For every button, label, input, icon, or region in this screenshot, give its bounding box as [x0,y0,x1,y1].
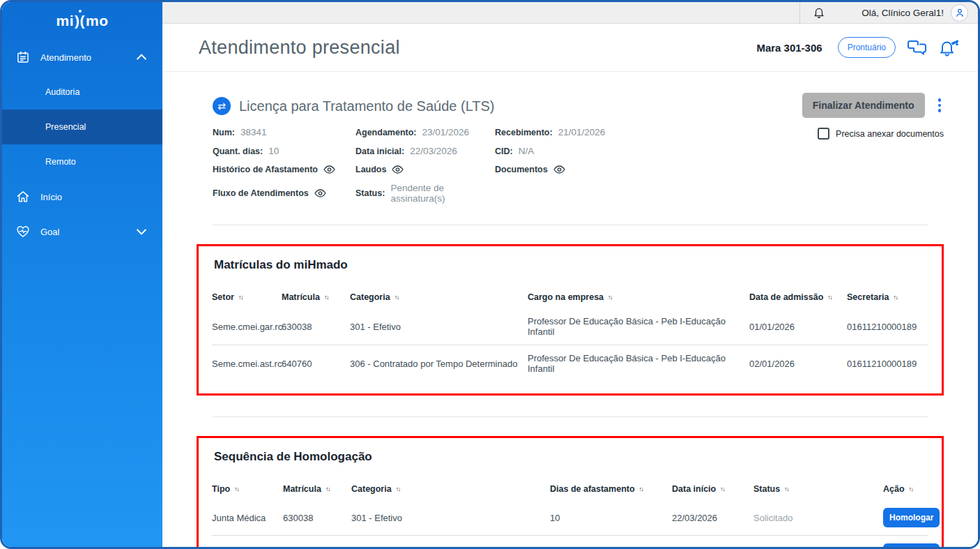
table-row: Junta Médica 630038 301 - Efetivo 10 22/… [212,500,928,535]
laudos-link[interactable]: Laudos [355,165,495,174]
cell-admissao: 02/01/2026 [749,359,847,369]
column-header-matricula[interactable]: Matrícula↑↓ [282,292,350,302]
section-divider [213,416,928,417]
column-header-matricula[interactable]: Matrícula↑↓ [283,484,351,494]
sidebar-item-presencial[interactable]: Presencial [2,110,162,144]
matriculas-table-header: Setor↑↓ Matrícula↑↓ Categoria↑↓ Cargo na… [212,292,928,302]
sort-icon: ↑↓ [720,486,724,492]
matriculas-section: Matrículas do miHmado Setor↑↓ Matrícula↑… [197,244,944,396]
notifications-bell-icon[interactable] [813,6,825,19]
cell-secretaria: 01611210000189 [847,322,928,332]
field-data-inicial: Data inicial:22/03/2026 [355,146,495,156]
cell-setor: Seme.cmei.gar.rc [212,322,282,332]
home-icon [16,190,30,204]
sidebar-item-goal[interactable]: Goal [2,214,162,249]
logo-text-left: mi [56,13,74,29]
eye-icon [314,189,326,197]
sidebar-item-label: Goal [40,227,59,237]
column-header-status[interactable]: Status↑↓ [753,484,883,494]
column-header-admissao[interactable]: Data de admissão↑↓ [749,292,847,302]
homologacao-section: Sequência de Homologação Tipo↑↓ Matrícul… [197,436,944,549]
heart-pulse-icon [16,225,30,239]
cell-data-inicio: 22/03/2026 [672,513,753,523]
cell-admissao: 01/01/2026 [749,322,847,332]
topbar-divider [799,2,800,24]
finalizar-atendimento-button[interactable]: Finalizar Atendimento [802,93,925,118]
cell-dias: 10 [550,513,672,523]
cell-matricula: 630038 [282,322,350,332]
lts-record: ⇄ Licença para Tratamento de Saúde (LTS)… [197,97,944,204]
sort-icon: ↑↓ [395,294,399,301]
sidebar-item-inicio[interactable]: Início [2,179,162,214]
sort-icon: ↑↓ [639,486,643,492]
column-header-cargo[interactable]: Cargo na empresa↑↓ [528,292,749,302]
cell-cargo: Professor De Educação Básica - Peb I-Edu… [528,353,749,374]
sort-icon: ↑↓ [608,294,612,301]
chat-icon[interactable] [907,38,926,57]
homologacao-title: Sequência de Homologação [214,450,928,464]
column-header-categoria[interactable]: Categoria↑↓ [350,292,528,302]
kebab-menu-icon[interactable] [935,96,944,115]
sidebar-item-atendimento[interactable]: Atendimento [2,40,162,75]
homologar-button[interactable]: Homologar [883,508,940,527]
chevron-up-icon [135,50,148,64]
logo-person-icon: )( [75,13,85,29]
app-logo: mi)(mo [2,2,162,40]
cell-matricula: 630038 [283,513,351,523]
logo-text-right: mo [86,13,109,29]
sidebar-item-label: Auditoria [45,87,79,97]
prontuario-button[interactable]: Prontuário [838,37,896,58]
sidebar-item-label: Início [40,192,62,202]
column-header-acao[interactable]: Ação↑↓ [883,484,928,494]
historico-afastamento-link[interactable]: Histórico de Afastamento [213,165,355,174]
homologar-button[interactable]: Homologar [883,543,940,549]
cell-secretaria: 01611210000189 [847,359,928,369]
anexar-documentos-checkbox[interactable] [818,128,829,140]
app-window: mi)(mo Atendimento Auditoria Presencial … [0,0,980,549]
cell-setor: Seme.cmei.ast.rc [212,359,282,369]
sort-icon: ↑↓ [909,486,913,492]
column-header-dias[interactable]: Dias de afastamento↑↓ [550,484,672,494]
fluxo-atendimentos-link[interactable]: Fluxo de Atendimentos [213,188,355,198]
sort-icon: ↑↓ [893,294,897,301]
eye-icon [392,165,404,174]
record-title: Licença para Tratamento de Saúde (LTS) [239,98,495,114]
user-avatar[interactable] [951,4,968,22]
sort-icon: ↑↓ [784,486,788,492]
checkbox-label: Precisa anexar documentos [836,129,944,139]
sidebar-item-label: Remoto [45,157,76,167]
field-status: Status:Pendente de assinatura(s) [355,183,495,204]
sidebar-item-remoto[interactable]: Remoto [2,144,162,179]
field-num: Num:38341 [213,127,355,137]
cell-matricula: 640760 [282,359,350,369]
sync-icon[interactable]: ⇄ [213,97,231,115]
cell-tipo: Junta Médica [212,513,283,523]
sort-icon: ↑↓ [396,486,400,492]
bell-forward-icon[interactable] [937,38,960,57]
column-header-categoria[interactable]: Categoria↑↓ [351,484,550,494]
patient-name: Mara 301-306 [756,42,822,54]
sort-icon: ↑↓ [326,486,330,492]
documentos-link[interactable]: Documentos [495,165,725,174]
sidebar-item-auditoria[interactable]: Auditoria [2,75,162,110]
cell-categoria: 301 - Efetivo [350,322,528,332]
table-row: Perícia Comum 630038 301 - Efetivo 60 01… [212,535,928,549]
homologacao-table-header: Tipo↑↓ Matrícula↑↓ Categoria↑↓ Dias de a… [212,484,928,494]
table-row: Seme.cmei.gar.rc 630038 301 - Efetivo Pr… [212,308,928,345]
chevron-down-icon [135,225,148,239]
sort-icon: ↑↓ [827,294,832,301]
eye-icon [553,165,565,174]
calendar-icon [16,50,30,64]
sidebar-item-label: Presencial [45,122,86,132]
cell-categoria: 306 - Contratado por Tempo Determinado [350,359,528,369]
cell-categoria: 301 - Efetivo [351,513,550,523]
column-header-secretaria[interactable]: Secretaria↑↓ [847,292,928,302]
cell-cargo: Professor De Educação Básica - Peb I-Edu… [528,316,749,337]
column-header-setor[interactable]: Setor↑↓ [212,292,282,302]
page-header: Atendimento presencial Mara 301-306 Pron… [162,24,978,72]
column-header-tipo[interactable]: Tipo↑↓ [212,484,283,494]
column-header-data-inicio[interactable]: Data início↑↓ [672,484,753,494]
page-title: Atendimento presencial [199,37,400,59]
sidebar-item-label: Atendimento [40,52,91,63]
eye-icon [323,165,335,174]
